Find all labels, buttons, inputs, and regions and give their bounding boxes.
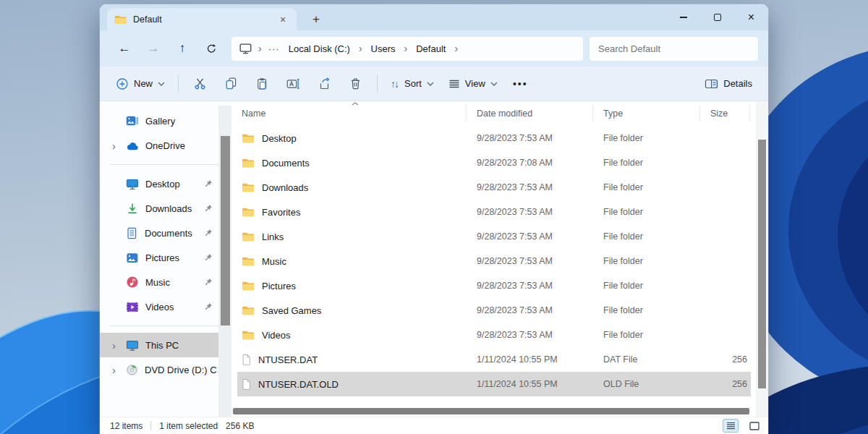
table-row[interactable]: Downloads 9/28/2023 7:53 AM File folder (231, 175, 768, 200)
sort-ascending-caret-icon (352, 102, 359, 106)
file-type: File folder (593, 305, 700, 315)
chevron-down-icon (427, 82, 434, 86)
cut-icon (194, 77, 206, 90)
expander-chevron-icon[interactable]: › (109, 140, 119, 151)
chevron-down-icon (490, 82, 498, 86)
breadcrumb-drive[interactable]: Local Disk (C:) (286, 42, 352, 56)
sidebar-divider (110, 164, 221, 165)
file-list: Name Date modified Type Size Desktop 9/2… (231, 101, 768, 417)
copy-button[interactable] (216, 71, 247, 97)
refresh-button[interactable] (197, 36, 226, 61)
pin-icon (204, 278, 213, 286)
sidebar-item-pictures[interactable]: Pictures (100, 245, 218, 270)
column-header-name[interactable]: Name (231, 106, 467, 122)
sidebar-item-downloads[interactable]: Downloads (100, 196, 218, 221)
videos-icon (126, 301, 139, 313)
more-options-button[interactable]: ••• (505, 71, 536, 97)
table-row-selected[interactable]: NTUSER.DAT.OLD 1/11/2024 10:55 PM OLD Fi… (231, 372, 768, 396)
desktop: Default × + × ← → ↑ (0, 0, 868, 434)
maximize-button[interactable] (700, 4, 734, 30)
sidebar-item-label: Desktop (145, 179, 197, 190)
cut-button[interactable] (184, 71, 216, 97)
new-tab-button[interactable]: + (307, 12, 325, 27)
expander-chevron-icon[interactable]: › (109, 365, 119, 375)
navigation-pane: Gallery › OneDrive Desktop (100, 101, 231, 417)
details-view-toggle[interactable] (723, 419, 739, 433)
delete-button[interactable] (340, 71, 371, 97)
sidebar-item-this-pc[interactable]: › This PC (100, 333, 218, 357)
horizontal-scrollbar-thumb[interactable] (233, 408, 749, 414)
file-type: File folder (593, 256, 700, 266)
view-button[interactable]: View (441, 71, 505, 97)
folder-icon (242, 158, 255, 168)
table-row[interactable]: Saved Games 9/28/2023 7:53 AM File folde… (231, 298, 768, 323)
explorer-tab[interactable]: Default × (107, 8, 297, 30)
tab-close-icon[interactable]: × (276, 14, 289, 25)
large-icons-view-toggle[interactable] (746, 419, 762, 433)
file-name: Pictures (262, 281, 296, 292)
sidebar-item-dvd-drive[interactable]: › DVD Drive (D:) C (100, 357, 218, 382)
file-name: NTUSER.DAT.OLD (258, 379, 339, 390)
pin-icon (204, 204, 213, 213)
table-row[interactable]: Videos 9/28/2023 7:53 AM File folder (231, 323, 768, 347)
status-bar: 12 items 1 item selected 256 KB (100, 417, 768, 434)
share-button[interactable] (309, 71, 340, 97)
chevron-right-icon: › (404, 43, 408, 54)
sidebar-item-videos[interactable]: Videos (100, 294, 218, 319)
gallery-icon (126, 115, 139, 127)
tab-title: Default (133, 14, 270, 25)
breadcrumb-default[interactable]: Default (414, 42, 448, 56)
file-size: 256 (700, 354, 750, 365)
file-type: File folder (593, 158, 700, 168)
address-bar[interactable]: › ··· Local Disk (C:) › Users › Default … (231, 37, 583, 61)
sidebar-item-documents[interactable]: Documents (100, 221, 218, 245)
vertical-scrollbar-thumb[interactable] (758, 140, 766, 388)
folder-icon (242, 305, 255, 315)
titlebar[interactable]: Default × + × (100, 4, 768, 30)
sidebar-item-gallery[interactable]: Gallery (100, 109, 218, 133)
expander-chevron-icon[interactable]: › (109, 340, 119, 351)
new-button[interactable]: New (109, 71, 172, 97)
item-count: 12 items (110, 421, 142, 431)
file-date: 1/11/2024 10:55 PM (467, 354, 593, 365)
breadcrumb-overflow[interactable]: ··· (268, 43, 280, 54)
table-row[interactable]: Desktop 9/28/2023 7:53 AM File folder (231, 126, 768, 150)
sidebar-item-desktop[interactable]: Desktop (100, 171, 218, 196)
trash-icon (349, 77, 362, 90)
paste-icon (256, 77, 268, 90)
file-type: File folder (593, 182, 700, 192)
column-header-type[interactable]: Type (593, 106, 700, 122)
file-date: 9/28/2023 7:08 AM (467, 158, 593, 168)
search-input[interactable] (598, 43, 749, 54)
table-row[interactable]: NTUSER.DAT 1/11/2024 10:55 PM DAT File 2… (231, 347, 768, 372)
table-row[interactable]: Documents 9/28/2023 7:08 AM File folder (231, 150, 768, 175)
details-pane-button[interactable]: Details (697, 71, 760, 97)
selection-count: 1 item selected (159, 421, 218, 431)
table-row[interactable]: Links 9/28/2023 7:53 AM File folder (231, 224, 768, 249)
back-button[interactable]: ← (110, 36, 139, 61)
file-type: DAT File (593, 354, 700, 365)
table-row[interactable]: Favorites 9/28/2023 7:53 AM File folder (231, 200, 768, 224)
rename-button[interactable] (278, 71, 309, 97)
file-name: Music (262, 256, 286, 267)
minimize-button[interactable] (666, 4, 700, 30)
table-row[interactable]: Pictures 9/28/2023 7:53 AM File folder (231, 273, 768, 298)
forward-button[interactable]: → (139, 36, 168, 61)
desktop-icon (126, 178, 139, 190)
sidebar-scrollbar-thumb[interactable] (221, 136, 230, 326)
file-type: File folder (593, 133, 700, 143)
downloads-icon (126, 203, 139, 215)
column-header-date-modified[interactable]: Date modified (467, 106, 593, 122)
table-row[interactable]: Music 9/28/2023 7:53 AM File folder (231, 249, 768, 273)
up-button[interactable]: ↑ (168, 36, 197, 61)
column-header-size[interactable]: Size (700, 106, 750, 122)
details-view-icon (726, 422, 736, 430)
sort-button[interactable]: ↑↓ Sort (383, 71, 441, 97)
paste-button[interactable] (247, 71, 278, 97)
breadcrumb-users[interactable]: Users (369, 42, 398, 56)
sidebar-item-music[interactable]: Music (100, 270, 218, 294)
close-button[interactable]: × (734, 4, 768, 30)
sidebar-item-onedrive[interactable]: › OneDrive (100, 133, 218, 158)
search-box (590, 37, 758, 61)
file-date: 9/28/2023 7:53 AM (467, 207, 593, 217)
